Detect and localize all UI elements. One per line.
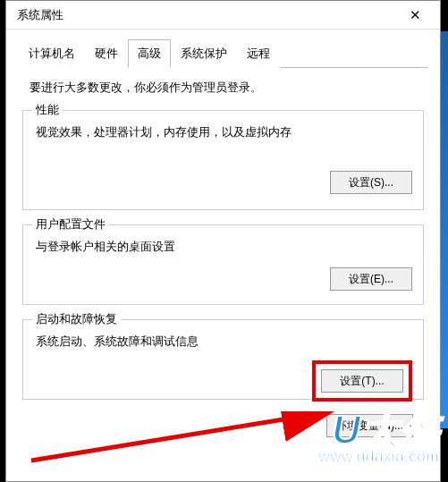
- startup-legend: 启动和故障恢复: [32, 312, 121, 327]
- desktop-edge: [441, 31, 448, 428]
- user-profiles-desc: 与登录帐户相关的桌面设置: [36, 240, 412, 255]
- tab-hardware[interactable]: 硬件: [85, 39, 128, 68]
- tab-strip: 计算机名 硬件 高级 系统保护 远程: [19, 38, 427, 68]
- user-profiles-group: 用户配置文件 与登录帐户相关的桌面设置 设置(E)...: [22, 224, 424, 305]
- environment-variables-button[interactable]: 环境变量(N)...: [326, 414, 413, 437]
- window-title: 系统属性: [17, 7, 63, 23]
- admin-note: 要进行大多数更改，你必须作为管理员登录。: [30, 80, 427, 96]
- user-profiles-settings-button[interactable]: 设置(E)...: [330, 267, 412, 291]
- system-properties-window: 系统属性 ✕ 计算机名 硬件 高级 系统保护 远程 要进行大多数更改，你必须作为…: [5, 0, 441, 482]
- startup-settings-button[interactable]: 设置(T)...: [321, 369, 403, 393]
- highlight-box: 设置(T)...: [312, 360, 412, 402]
- close-icon: ✕: [410, 7, 421, 23]
- tab-computer-name[interactable]: 计算机名: [19, 39, 85, 68]
- performance-legend: 性能: [32, 103, 63, 118]
- startup-desc: 系统启动、系统故障和调试信息: [36, 334, 412, 350]
- dialog-content: 计算机名 硬件 高级 系统保护 远程 要进行大多数更改，你必须作为管理员登录。 …: [6, 30, 440, 437]
- tab-system-protection[interactable]: 系统保护: [171, 39, 237, 68]
- startup-recovery-group: 启动和故障恢复 系统启动、系统故障和调试信息 设置(T)...: [22, 319, 424, 400]
- user-profiles-legend: 用户配置文件: [32, 217, 109, 233]
- tab-advanced[interactable]: 高级: [128, 39, 171, 68]
- tab-remote[interactable]: 远程: [237, 39, 280, 68]
- performance-settings-button[interactable]: 设置(S)...: [330, 171, 412, 194]
- close-button[interactable]: ✕: [397, 2, 433, 29]
- titlebar: 系统属性 ✕: [6, 1, 440, 30]
- performance-group: 性能 视觉效果，处理器计划，内存使用，以及虚拟内存 设置(S)...: [22, 110, 424, 210]
- performance-desc: 视觉效果，处理器计划，内存使用，以及虚拟内存: [36, 125, 412, 140]
